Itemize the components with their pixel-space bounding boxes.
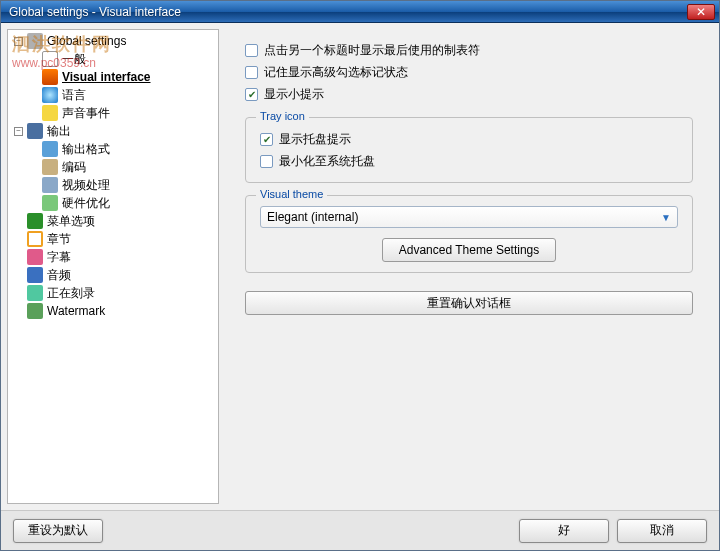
- tree-visual-interface[interactable]: Visual interface: [8, 68, 218, 86]
- tray-legend: Tray icon: [256, 110, 309, 122]
- document-icon: [42, 51, 58, 67]
- ok-button[interactable]: 好: [519, 519, 609, 543]
- cancel-button[interactable]: 取消: [617, 519, 707, 543]
- sidebar[interactable]: 泗洪软件网 www.pc0359.cn −Global settings 一般 …: [7, 29, 219, 504]
- video-icon: [42, 177, 58, 193]
- menu-icon: [27, 213, 43, 229]
- screen-icon: [42, 141, 58, 157]
- body: 泗洪软件网 www.pc0359.cn −Global settings 一般 …: [1, 23, 719, 510]
- globe-icon: [42, 87, 58, 103]
- tree-global-settings[interactable]: −Global settings: [8, 32, 218, 50]
- nav-tree: −Global settings 一般 Visual interface 语言 …: [8, 30, 218, 322]
- checkbox-minimize-tray[interactable]: 最小化至系统托盘: [260, 150, 678, 172]
- palette-icon: [42, 69, 58, 85]
- tree-watermark[interactable]: Watermark: [8, 302, 218, 320]
- check-icon: ✔: [260, 133, 273, 146]
- reset-confirm-button[interactable]: 重置确认对话框: [245, 291, 693, 315]
- chip-icon: [42, 195, 58, 211]
- checkbox-tray-hints[interactable]: ✔显示托盘提示: [260, 128, 678, 150]
- close-icon: ✕: [696, 5, 706, 19]
- note-icon: [27, 267, 43, 283]
- visual-theme-group: Visual theme Elegant (internal) ▼ Advanc…: [245, 195, 693, 273]
- settings-window: Global settings - Visual interface ✕ 泗洪软…: [0, 0, 720, 551]
- content-panel: 点击另一个标题时显示最后使用的制表符 记住显示高级勾选标记状态 ✔显示小提示 T…: [225, 29, 713, 504]
- theme-selected: Elegant (internal): [267, 210, 358, 224]
- collapse-icon[interactable]: −: [14, 127, 23, 136]
- tree-general[interactable]: 一般: [8, 50, 218, 68]
- tree-menu-options[interactable]: 菜单选项: [8, 212, 218, 230]
- tree-language[interactable]: 语言: [8, 86, 218, 104]
- tree-video-processing[interactable]: 视频处理: [8, 176, 218, 194]
- gear-icon: [27, 33, 43, 49]
- tree-encoding[interactable]: 编码: [8, 158, 218, 176]
- image-icon: [27, 303, 43, 319]
- disc-icon: [27, 285, 43, 301]
- reset-defaults-button[interactable]: 重设为默认: [13, 519, 103, 543]
- tree-audio[interactable]: 音频: [8, 266, 218, 284]
- tree-soundevents[interactable]: 声音事件: [8, 104, 218, 122]
- advanced-theme-button[interactable]: Advanced Theme Settings: [382, 238, 557, 262]
- titlebar[interactable]: Global settings - Visual interface ✕: [1, 1, 719, 23]
- theme-legend: Visual theme: [256, 188, 327, 200]
- theme-dropdown[interactable]: Elegant (internal) ▼: [260, 206, 678, 228]
- footer: 重设为默认 好 取消: [1, 510, 719, 550]
- tree-burning[interactable]: 正在刻录: [8, 284, 218, 302]
- subtitle-icon: [27, 249, 43, 265]
- checkbox-show-tooltips[interactable]: ✔显示小提示: [245, 83, 693, 105]
- chevron-down-icon: ▼: [661, 212, 671, 223]
- tree-output-format[interactable]: 输出格式: [8, 140, 218, 158]
- bell-icon: [42, 105, 58, 121]
- checkbox-icon: [260, 155, 273, 168]
- tree-chapters[interactable]: 章节: [8, 230, 218, 248]
- tree-hardware[interactable]: 硬件优化: [8, 194, 218, 212]
- checkbox-use-last-tab[interactable]: 点击另一个标题时显示最后使用的制表符: [245, 39, 693, 61]
- collapse-icon[interactable]: −: [14, 37, 23, 46]
- tree-subtitles[interactable]: 字幕: [8, 248, 218, 266]
- checkbox-icon: [245, 66, 258, 79]
- window-title: Global settings - Visual interface: [9, 5, 687, 19]
- monitor-icon: [27, 123, 43, 139]
- tray-icon-group: Tray icon ✔显示托盘提示 最小化至系统托盘: [245, 117, 693, 183]
- clock-icon: [27, 231, 43, 247]
- tree-output[interactable]: −输出: [8, 122, 218, 140]
- check-icon: ✔: [245, 88, 258, 101]
- box-icon: [42, 159, 58, 175]
- checkbox-remember-advanced[interactable]: 记住显示高级勾选标记状态: [245, 61, 693, 83]
- close-button[interactable]: ✕: [687, 4, 715, 20]
- checkbox-icon: [245, 44, 258, 57]
